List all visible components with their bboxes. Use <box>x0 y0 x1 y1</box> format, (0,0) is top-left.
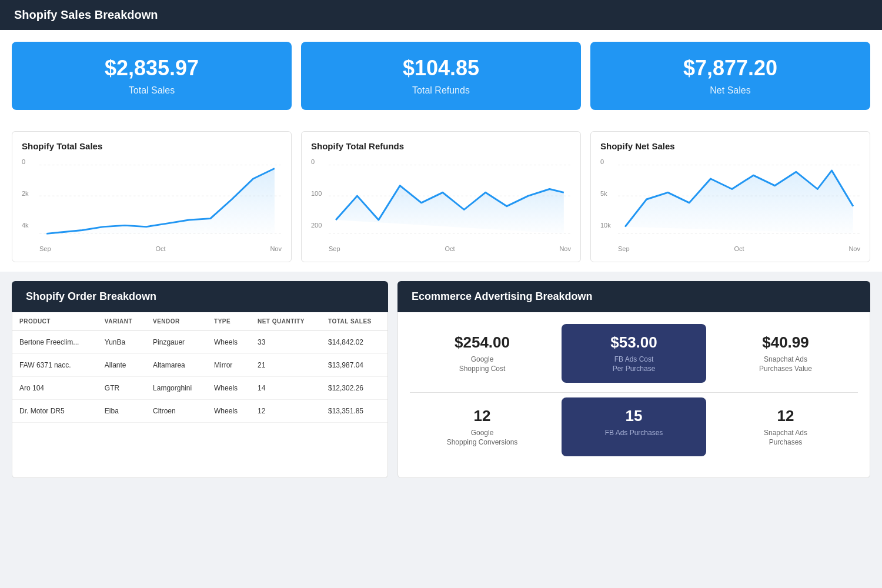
table-cell: Pinzgauer <box>146 331 207 354</box>
bottom-panels: PRODUCT VARIANT VENDOR TYPE NET QUANTITY… <box>0 312 882 490</box>
total-refunds-y-labels: 200 100 0 <box>311 158 322 229</box>
fb-purchases-label: FB Ads Purchases <box>567 429 700 438</box>
x-label: Oct <box>155 245 165 252</box>
total-sales-x-labels: Sep Oct Nov <box>22 243 282 252</box>
net-sales-chart-title: Shopify Net Sales <box>600 141 860 151</box>
table-row: Aro 104GTRLamgorghiniWheels14$12,302.26 <box>12 377 387 400</box>
google-conversions-label: GoogleShopping Conversions <box>416 429 549 447</box>
ad-metrics-row-1: $254.00 GoogleShopping Cost $53.00 FB Ad… <box>410 324 858 383</box>
table-cell: YunBa <box>98 331 146 354</box>
table-cell: GTR <box>98 377 146 400</box>
y-label: 2k <box>22 190 29 197</box>
table-cell: Mirror <box>207 354 250 377</box>
svg-marker-11 <box>625 171 853 233</box>
table-cell: Dr. Motor DR5 <box>12 400 98 423</box>
table-cell: Wheels <box>207 377 250 400</box>
y-label: 4k <box>22 222 29 229</box>
google-shopping-cost-label: GoogleShopping Cost <box>416 355 549 373</box>
total-sales-card: $2,835.97 Total Sales <box>12 42 292 110</box>
ad-panel: $254.00 GoogleShopping Cost $53.00 FB Ad… <box>397 312 870 478</box>
table-cell: Wheels <box>207 400 250 423</box>
snapchat-ads-value-card: $40.99 Snapchat AdsPurchases Value <box>713 324 858 383</box>
charts-row: Shopify Total Sales 4k 2k 0 <box>0 122 882 272</box>
table-cell: Bertone Freeclim... <box>12 331 98 354</box>
total-sales-label: Total Sales <box>24 85 280 96</box>
google-shopping-conversions-card: 12 GoogleShopping Conversions <box>410 397 554 456</box>
table-header-row: PRODUCT VARIANT VENDOR TYPE NET QUANTITY… <box>12 312 387 331</box>
y-label: 0 <box>311 158 322 165</box>
net-sales-chart: Shopify Net Sales 10k 5k 0 <box>590 131 870 262</box>
order-panel: PRODUCT VARIANT VENDOR TYPE NET QUANTITY… <box>12 312 388 478</box>
table-cell: Lamgorghini <box>146 377 207 400</box>
snapchat-purchases-value: 12 <box>719 407 852 425</box>
fb-ads-purchases-card: 15 FB Ads Purchases <box>562 397 706 456</box>
table-cell: $13,987.04 <box>321 354 387 377</box>
table-cell: Allante <box>98 354 146 377</box>
col-vendor: VENDOR <box>146 312 207 331</box>
net-sales-chart-area: 10k 5k 0 Sep Oct Nov <box>600 158 860 252</box>
table-cell: $14,842.02 <box>321 331 387 354</box>
x-label: Sep <box>329 245 340 252</box>
y-label: 0 <box>600 158 611 165</box>
total-refunds-x-labels: Sep Oct Nov <box>311 243 571 252</box>
table-cell: Wheels <box>207 331 250 354</box>
table-cell: 12 <box>250 400 321 423</box>
fb-ads-cost-value: $53.00 <box>567 333 700 352</box>
google-conversions-value: 12 <box>416 407 549 425</box>
total-refunds-card: $104.85 Total Refunds <box>301 42 581 110</box>
table-cell: $13,351.85 <box>321 400 387 423</box>
advertising-breakdown-header: Ecommerce Advertising Breakdown <box>397 281 870 312</box>
x-label: Nov <box>270 245 282 252</box>
bottom-headers: Shopify Order Breakdown Ecommerce Advert… <box>0 281 882 312</box>
total-sales-chart-area: 4k 2k 0 Se <box>22 158 282 252</box>
col-type: TYPE <box>207 312 250 331</box>
col-sales: TOTAL SALES <box>321 312 387 331</box>
table-cell: 33 <box>250 331 321 354</box>
order-breakdown-header: Shopify Order Breakdown <box>12 281 388 312</box>
table-row: FAW 6371 nacc.AllanteAltamareaMirror21$1… <box>12 354 387 377</box>
x-label: Nov <box>848 245 860 252</box>
total-sales-chart-title: Shopify Total Sales <box>22 141 282 151</box>
table-cell: Elba <box>98 400 146 423</box>
table-cell: Citroen <box>146 400 207 423</box>
google-shopping-cost-value: $254.00 <box>416 333 549 352</box>
table-cell: FAW 6371 nacc. <box>12 354 98 377</box>
table-row: Dr. Motor DR5ElbaCitroenWheels12$13,351.… <box>12 400 387 423</box>
fb-purchases-value: 15 <box>567 407 700 425</box>
y-label: 100 <box>311 190 322 197</box>
total-refunds-chart-title: Shopify Total Refunds <box>311 141 571 151</box>
x-label: Sep <box>618 245 630 252</box>
table-cell: $12,302.26 <box>321 377 387 400</box>
col-variant: VARIANT <box>98 312 146 331</box>
fb-ads-cost-label: FB Ads CostPer Purchase <box>567 355 700 373</box>
total-refunds-label: Total Refunds <box>313 85 569 96</box>
sales-breakdown-header: Shopify Sales Breakdown <box>0 0 882 30</box>
ad-divider <box>410 392 858 393</box>
total-refunds-chart-area: 200 100 0 Sep Oct Nov <box>311 158 571 252</box>
table-cell: 21 <box>250 354 321 377</box>
snapchat-purchases-card: 12 Snapchat AdsPurchases <box>713 397 858 456</box>
col-product: PRODUCT <box>12 312 98 331</box>
x-label: Oct <box>734 245 744 252</box>
snapchat-ads-value: $40.99 <box>719 333 852 352</box>
google-shopping-cost-card: $254.00 GoogleShopping Cost <box>410 324 554 383</box>
y-label: 5k <box>600 190 611 197</box>
total-sales-value: $2,835.97 <box>24 56 280 81</box>
total-refunds-chart: Shopify Total Refunds 200 100 0 <box>301 131 581 262</box>
y-label: 0 <box>22 158 29 165</box>
table-cell: Aro 104 <box>12 377 98 400</box>
total-refunds-value: $104.85 <box>313 56 569 81</box>
table-row: Bertone Freeclim...YunBaPinzgauerWheels3… <box>12 331 387 354</box>
x-label: Nov <box>559 245 571 252</box>
net-sales-card: $7,877.20 Net Sales <box>590 42 870 110</box>
net-sales-y-labels: 10k 5k 0 <box>600 158 611 229</box>
x-label: Sep <box>39 245 51 252</box>
metric-cards-row: $2,835.97 Total Sales $104.85 Total Refu… <box>0 30 882 122</box>
table-cell: Altamarea <box>146 354 207 377</box>
y-label: 10k <box>600 222 611 229</box>
order-table: PRODUCT VARIANT VENDOR TYPE NET QUANTITY… <box>12 312 387 423</box>
net-sales-x-labels: Sep Oct Nov <box>600 243 860 252</box>
fb-ads-cost-card: $53.00 FB Ads CostPer Purchase <box>562 324 706 383</box>
snapchat-ads-label: Snapchat AdsPurchases Value <box>719 355 852 373</box>
col-quantity: NET QUANTITY <box>250 312 321 331</box>
